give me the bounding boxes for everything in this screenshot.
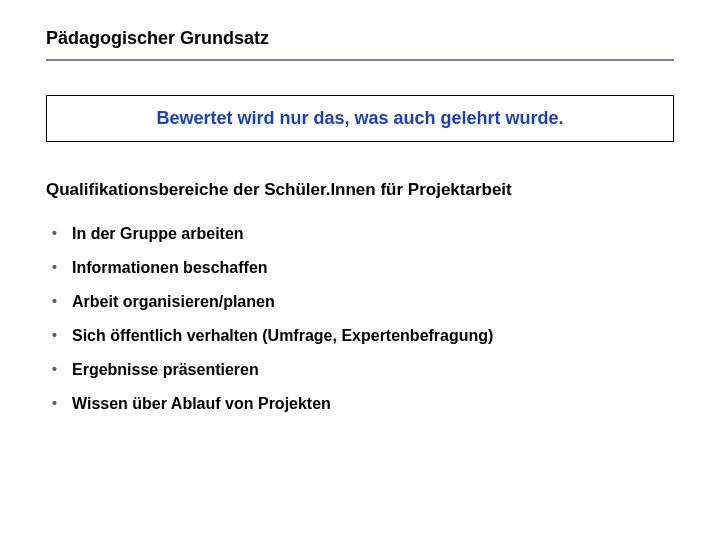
list-item: In der Gruppe arbeiten	[52, 224, 674, 244]
principle-box: Bewertet wird nur das, was auch gelehrt …	[46, 95, 674, 142]
list-item: Wissen über Ablauf von Projekten	[52, 394, 674, 414]
slide: Pädagogischer Grundsatz Bewertet wird nu…	[0, 0, 720, 540]
list-item: Arbeit organisieren/planen	[52, 292, 674, 312]
subheading: Qualifikationsbereiche der Schüler.Innen…	[46, 180, 674, 200]
list-item: Informationen beschaffen	[52, 258, 674, 278]
list-item: Ergebnisse präsentieren	[52, 360, 674, 380]
page-title: Pädagogischer Grundsatz	[46, 28, 674, 59]
title-divider	[46, 59, 674, 61]
list-item: Sich öffentlich verhalten (Umfrage, Expe…	[52, 326, 674, 346]
principle-text: Bewertet wird nur das, was auch gelehrt …	[156, 108, 563, 128]
bullet-list: In der Gruppe arbeiten Informationen bes…	[46, 224, 674, 414]
